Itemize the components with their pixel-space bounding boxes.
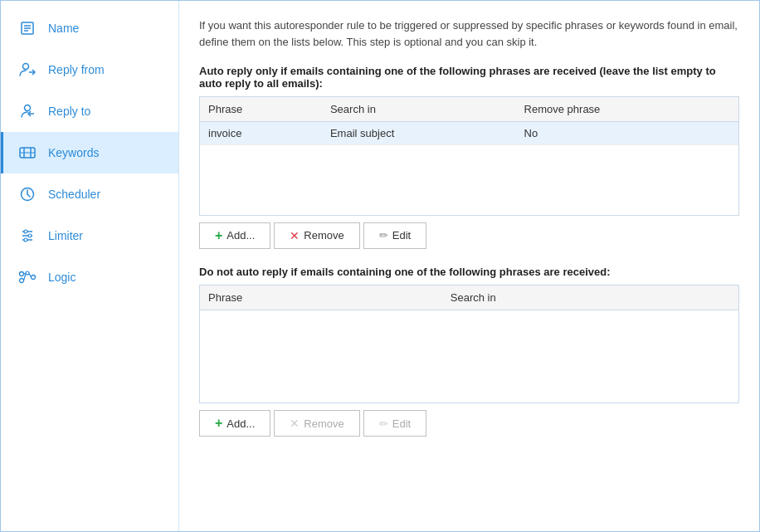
main-content: If you want this autoresponder rule to b… [179,1,759,531]
sidebar-item-limiter-label: Limiter [48,229,83,242]
section2-edit-label: Edit [392,417,411,430]
section2-add-label: Add... [227,417,255,430]
section1-add-button[interactable]: + Add... [199,222,270,249]
section1-table-container: Phrase Search in Remove phrase invoice E… [199,96,739,216]
plus-icon-2: + [215,416,222,431]
section2-empty-row4 [200,379,738,403]
section1-col-search-in: Search in [322,97,516,122]
section1-edit-button[interactable]: ✏ Edit [363,222,426,249]
section2-table-header: Phrase Search in [200,286,738,310]
svg-point-18 [24,230,27,233]
pencil-icon-2: ✏ [379,417,388,430]
svg-point-19 [28,234,32,237]
section1-row1-search-in: Email subject [322,122,516,145]
sidebar-item-keywords[interactable]: Keywords [1,132,178,173]
sidebar-item-scheduler-label: Scheduler [48,188,100,201]
section1-row1-phrase: invoice [200,122,322,145]
svg-line-14 [27,194,30,197]
section2-empty-row1 [200,310,738,333]
svg-point-4 [23,64,29,70]
svg-point-20 [24,238,27,242]
cross-icon-2: ✕ [290,417,300,430]
person-outgoing-icon [18,61,37,79]
section1-title: Auto reply only if emails containing one… [199,65,739,90]
sidebar-item-keywords-label: Keywords [48,146,99,159]
section2-add-button[interactable]: + Add... [199,410,270,437]
pencil-icon: ✏ [379,229,388,242]
section1-empty-row3 [200,192,738,215]
section1-add-label: Add... [227,229,255,242]
sidebar-item-scheduler[interactable]: Scheduler [1,173,178,215]
section1-table-header: Phrase Search in Remove phrase [200,97,738,122]
section1-empty-row2 [200,168,738,192]
section1-row1-remove-phrase: No [516,122,738,145]
sidebar: Name Reply from [1,1,179,531]
section1-button-row: + Add... ✕ Remove ✏ Edit [199,222,739,249]
section1-remove-label: Remove [304,229,343,242]
page-description: If you want this autoresponder rule to b… [199,17,739,50]
sidebar-item-name[interactable]: Name [1,7,178,49]
keywords-icon [18,144,37,162]
svg-point-22 [20,279,24,283]
sidebar-item-reply-from-label: Reply from [48,63,105,76]
section1-col-phrase: Phrase [200,97,322,122]
app-layout: Name Reply from [1,1,759,531]
sidebar-item-limiter[interactable]: Limiter [1,215,178,256]
clock-icon [18,185,37,203]
section2-edit-button[interactable]: ✏ Edit [363,410,426,437]
svg-point-21 [20,272,24,276]
section2-col-phrase: Phrase [200,286,442,310]
sidebar-item-name-label: Name [48,22,79,35]
section2-empty-row3 [200,356,738,379]
logic-icon [18,268,37,286]
section2-table-container: Phrase Search in [199,285,739,404]
section1-table-row[interactable]: invoice Email subject No [200,122,738,145]
section2-button-row: + Add... ✕ Remove ✏ Edit [199,410,739,437]
section2-remove-button[interactable]: ✕ Remove [274,410,359,437]
svg-point-6 [25,105,31,111]
svg-line-27 [29,274,32,278]
section2-remove-label: Remove [304,417,343,430]
person-incoming-icon [18,102,37,120]
section1-table: Phrase Search in Remove phrase invoice E… [200,97,738,215]
section2: Do not auto reply if emails containing o… [199,266,739,437]
section1-empty-row1 [200,145,738,168]
section2-empty-row2 [200,333,738,356]
cross-icon: ✕ [290,229,300,242]
section1: Auto reply only if emails containing one… [199,65,739,249]
sidebar-item-reply-from[interactable]: Reply from [1,49,178,90]
section1-col-remove-phrase: Remove phrase [516,97,738,122]
sidebar-item-logic-label: Logic [48,271,76,284]
svg-point-23 [32,276,36,280]
limiter-icon [18,227,37,245]
sidebar-item-reply-to-label: Reply to [48,105,90,118]
tag-icon [18,19,37,37]
section1-remove-button[interactable]: ✕ Remove [274,222,359,249]
section2-table: Phrase Search in [200,286,738,403]
section2-title: Do not auto reply if emails containing o… [199,266,739,278]
sidebar-item-logic[interactable]: Logic [1,256,178,298]
section1-edit-label: Edit [392,229,411,242]
section2-col-search-in: Search in [442,286,738,310]
sidebar-item-reply-to[interactable]: Reply to [1,90,178,132]
svg-point-24 [26,271,29,275]
plus-icon: + [215,228,222,243]
